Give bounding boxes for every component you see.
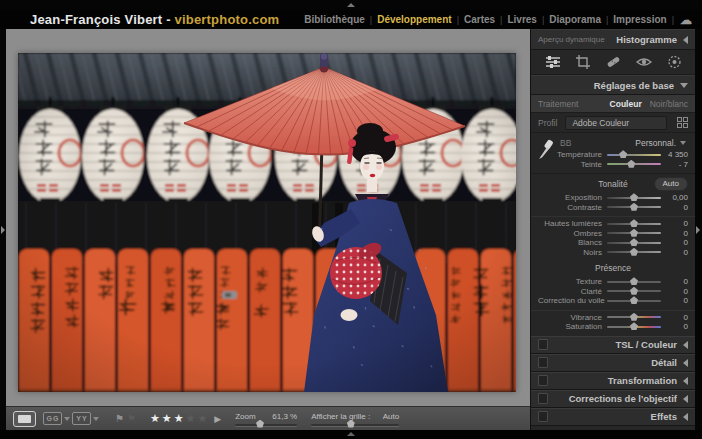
hide-right-panel-icon[interactable] (696, 226, 700, 234)
slider-track-correction-du-voile[interactable] (607, 300, 661, 302)
grid-slider-thumb[interactable] (347, 420, 355, 428)
slider-thumb[interactable] (630, 313, 638, 321)
slider-track-contraste[interactable] (607, 206, 661, 208)
slider-track-teinte[interactable] (607, 163, 661, 165)
smart-preview-status[interactable]: Aperçu dynamique (538, 35, 605, 44)
star-2[interactable]: ★ (162, 413, 173, 424)
wb-dropdown-icon[interactable] (680, 141, 686, 145)
slider-track-hautes-lumières[interactable] (607, 223, 661, 225)
slider-track-saturation[interactable] (607, 326, 661, 328)
module-cartes[interactable]: Cartes (459, 14, 500, 25)
loupe-view-button[interactable] (13, 411, 36, 427)
slider-track-noirs[interactable] (607, 251, 661, 253)
panel-switch-icon[interactable] (538, 393, 548, 404)
star-rating[interactable]: ★★★★★ (150, 413, 208, 424)
basic-panel-expand-icon[interactable] (680, 83, 688, 88)
module-bibliothèque[interactable]: Bibliothèque (299, 14, 370, 25)
tone-sliders-2: Hautes lumières0Ombres0Blancs0Noirs0 (531, 216, 695, 261)
heal-tool-icon[interactable] (606, 55, 621, 69)
before-after-leftright-button[interactable]: GG (43, 412, 62, 425)
slider-thumb[interactable] (630, 219, 638, 227)
module-livres[interactable]: Livres (502, 14, 541, 25)
slider-track-température[interactable] (607, 154, 661, 156)
show-filmstrip-icon[interactable] (347, 432, 355, 436)
panel-switch-icon[interactable] (538, 375, 548, 386)
panel-collapse-icon[interactable] (683, 413, 688, 421)
cloud-sync-icon[interactable]: ☁ (680, 13, 692, 27)
show-left-panel-icon[interactable] (1, 226, 5, 234)
grid-slider[interactable] (311, 424, 399, 426)
treatment-couleur[interactable]: Couleur (610, 99, 642, 109)
play-slideshow-icon[interactable]: ▶ (214, 414, 221, 424)
panel-collapse-icon[interactable] (683, 359, 688, 367)
slider-track-vibrance[interactable] (607, 316, 661, 318)
presence-section-header: Présence (531, 261, 695, 275)
photo-loupe-image[interactable] (18, 53, 516, 392)
slider-thumb[interactable] (630, 238, 638, 246)
slider-thumb[interactable] (630, 248, 638, 256)
slider-track-exposition[interactable] (607, 197, 661, 199)
slider-thumb[interactable] (630, 277, 638, 285)
slider-thumb[interactable] (630, 229, 638, 237)
panel-switch-icon[interactable] (538, 357, 548, 368)
wb-eyedropper-icon[interactable] (537, 139, 555, 161)
masking-tool-icon[interactable] (667, 55, 682, 69)
panel-header-corrections-de-l-objectif[interactable]: Corrections de l'objectif (531, 390, 695, 408)
panel-header-effets[interactable]: Effets (531, 408, 695, 426)
slider-thumb[interactable] (630, 296, 638, 304)
star-4[interactable]: ★ (186, 413, 197, 424)
slider-track-clarté[interactable] (607, 290, 661, 292)
panel-header-transformation[interactable]: Transformation (531, 372, 695, 390)
auto-tone-button[interactable]: Auto (654, 177, 688, 191)
red-eye-tool-icon[interactable] (636, 55, 652, 69)
before-after-dropdown-icon[interactable] (64, 417, 70, 421)
panel-header-tsl-couleur[interactable]: TSL / Couleur (531, 336, 695, 354)
right-panel-collapse-strip[interactable] (694, 29, 702, 430)
profile-browser-icon[interactable] (677, 117, 688, 128)
basic-adjust-icon[interactable] (545, 55, 561, 69)
show-module-picker-icon[interactable] (347, 3, 355, 7)
slider-track-texture[interactable] (607, 281, 661, 283)
slider-value: 0 (661, 322, 688, 331)
panel-switch-icon[interactable] (538, 411, 548, 422)
treatment-noirblanc[interactable]: Noir/blanc (650, 99, 688, 109)
basic-panel-header[interactable]: Réglages de base (531, 75, 695, 95)
slider-track-blancs[interactable] (607, 242, 661, 244)
panel-collapse-icon[interactable] (683, 377, 688, 385)
grid-slider-group: Afficher la grille :Auto (311, 412, 399, 426)
grid-value[interactable]: Auto (383, 412, 399, 421)
module-développement[interactable]: Développement (372, 14, 456, 25)
slider-track-ombres[interactable] (607, 232, 661, 234)
filmstrip-collapse-strip[interactable] (0, 430, 702, 439)
zoom-slider-thumb[interactable] (256, 420, 264, 428)
slider-thumb[interactable] (627, 160, 635, 168)
module-picker-collapse-strip[interactable] (0, 0, 702, 10)
slider-thumb[interactable] (630, 203, 638, 211)
star-1[interactable]: ★ (150, 413, 161, 424)
wb-value[interactable]: Personnal. (635, 138, 676, 148)
panel-header-d-tail[interactable]: Détail (531, 354, 695, 372)
reject-flag-icon[interactable]: ⚑ (127, 414, 136, 424)
crop-tool-icon[interactable] (576, 55, 591, 69)
star-5[interactable]: ★ (197, 413, 208, 424)
panel-collapse-icon[interactable] (683, 395, 688, 403)
slider-thumb[interactable] (630, 193, 638, 201)
before-after-splitscreen-button[interactable]: YY (72, 412, 91, 425)
splitscreen-dropdown-icon[interactable] (93, 417, 99, 421)
histogram-collapse-icon[interactable] (683, 36, 688, 44)
slider-thumb[interactable] (619, 150, 627, 158)
star-3[interactable]: ★ (174, 413, 185, 424)
white-balance-block: BB Personnal. Température4 350Teinte- 7 (531, 133, 695, 174)
module-impression[interactable]: Impression (608, 14, 671, 25)
slider-label: Contraste (538, 203, 607, 212)
panel-switch-icon[interactable] (538, 339, 548, 350)
zoom-slider[interactable] (235, 424, 297, 426)
treatment-row: Traitement Couleur Noir/blanc (531, 95, 695, 113)
module-diaporama[interactable]: Diaporama (544, 14, 606, 25)
slider-thumb[interactable] (630, 322, 638, 330)
histogram-panel-header[interactable]: Aperçu dynamique Histogramme (531, 29, 695, 50)
pick-flag-icon[interactable]: ⚑ (115, 414, 124, 424)
panel-collapse-icon[interactable] (683, 341, 688, 349)
profile-dropdown[interactable]: Adobe Couleur (565, 116, 667, 130)
slider-thumb[interactable] (630, 287, 638, 295)
